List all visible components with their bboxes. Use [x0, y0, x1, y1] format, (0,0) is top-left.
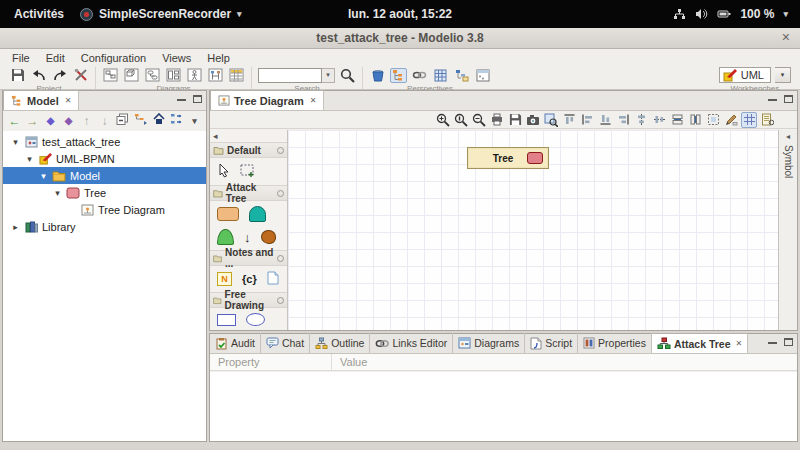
impact-tool[interactable] — [261, 230, 276, 244]
search-input[interactable] — [258, 68, 322, 83]
constraint-tool[interactable]: {c} — [242, 274, 257, 285]
expand-symbol-view-button[interactable]: ◂ — [786, 132, 790, 141]
nav-up-button[interactable]: ↑ — [79, 114, 94, 128]
tab-script[interactable]: Script — [525, 333, 578, 353]
save-button[interactable] — [9, 68, 26, 83]
tab-audit[interactable]: Audit — [210, 333, 261, 353]
new-sequence-diagram-button[interactable] — [207, 68, 224, 83]
container-perspective-button[interactable] — [369, 68, 386, 83]
expander-icon[interactable]: ▾ — [11, 137, 20, 147]
expander-icon[interactable]: ▾ — [25, 154, 34, 164]
new-matrix-button[interactable] — [228, 68, 245, 83]
menu-help[interactable]: Help — [199, 51, 238, 65]
document-tool[interactable] — [267, 271, 279, 287]
tree-item-project[interactable]: ▾ test_attack_tree — [3, 133, 206, 150]
nav-previous-diamond-button[interactable]: ◆ — [43, 115, 58, 126]
zoom-selection-button[interactable] — [543, 112, 559, 128]
tree-item-uml-bpmn[interactable]: ▾ UML-BPMN — [3, 150, 206, 167]
diagram-canvas[interactable]: Tree — [288, 130, 778, 330]
minimize-button[interactable] — [177, 98, 186, 101]
expander-icon[interactable]: ▸ — [11, 222, 20, 232]
window-close-button[interactable]: × — [782, 29, 790, 45]
configure-content-button[interactable] — [169, 113, 184, 128]
new-statechart-diagram-button[interactable] — [165, 68, 182, 83]
palette-section-notes[interactable]: Notes and ... — [210, 250, 287, 266]
workbench-dropdown-button[interactable]: ▾ — [775, 67, 791, 83]
new-deployment-diagram-button[interactable] — [123, 68, 140, 83]
or-gate-tool[interactable] — [217, 229, 234, 245]
customize-tools-button[interactable] — [72, 68, 89, 83]
close-icon[interactable]: ✕ — [736, 339, 743, 348]
tab-model[interactable]: Model ✕ — [3, 90, 79, 110]
fit-to-content-button[interactable] — [705, 112, 721, 128]
menu-edit[interactable]: Edit — [38, 51, 73, 65]
new-activity-diagram-button[interactable] — [144, 68, 161, 83]
print-button[interactable] — [489, 112, 505, 128]
new-use-case-diagram-button[interactable] — [186, 68, 203, 83]
menu-file[interactable]: File — [4, 51, 38, 65]
tab-diagrams[interactable]: Diagrams — [453, 333, 525, 353]
expander-icon[interactable]: ▾ — [53, 188, 62, 198]
nav-forward-button[interactable]: → — [25, 114, 40, 128]
app-indicator[interactable]: SimpleScreenRecorder ▾ — [80, 7, 242, 21]
menu-views[interactable]: Views — [154, 51, 199, 65]
align-right-button[interactable] — [615, 112, 631, 128]
tree-item-library[interactable]: ▸ Library — [3, 218, 206, 235]
activities-button[interactable]: Activités — [14, 7, 64, 21]
tree-item-model[interactable]: ▾ Model — [3, 167, 206, 184]
nav-back-button[interactable]: ← — [7, 114, 22, 128]
undo-button[interactable] — [30, 68, 47, 83]
matrix-perspective-button[interactable] — [432, 68, 449, 83]
zoom-in-button[interactable] — [435, 112, 451, 128]
link-with-editor-button[interactable] — [133, 113, 148, 128]
ellipse-tool[interactable] — [246, 313, 265, 326]
palette-collapse-button[interactable]: ◂ — [213, 131, 218, 141]
home-button[interactable] — [151, 113, 166, 128]
model-explorer-perspective-button[interactable] — [390, 68, 407, 83]
search-icon[interactable] — [339, 68, 356, 83]
style-brush-button[interactable] — [723, 112, 739, 128]
attack-node-tool[interactable] — [217, 207, 239, 221]
close-icon[interactable]: ✕ — [65, 96, 72, 105]
new-class-diagram-button[interactable] — [102, 68, 119, 83]
nav-next-diamond-button[interactable]: ◆ — [61, 115, 76, 126]
transfer-arrow-tool[interactable]: ↓ — [244, 231, 251, 244]
property-table-body[interactable] — [210, 372, 797, 441]
select-tool[interactable] — [217, 163, 230, 180]
center-vertically-button[interactable] — [651, 112, 667, 128]
save-image-button[interactable] — [507, 112, 523, 128]
align-top-button[interactable] — [561, 112, 577, 128]
links-perspective-button[interactable] — [411, 68, 428, 83]
toggle-grid-button[interactable] — [741, 112, 757, 128]
column-header-property[interactable]: Property — [210, 354, 332, 370]
palette-section-default[interactable]: Default — [210, 142, 287, 158]
maximize-button[interactable] — [784, 338, 793, 346]
and-gate-tool[interactable] — [249, 206, 266, 222]
align-bottom-button[interactable] — [597, 112, 613, 128]
palette-section-free-drawing[interactable]: Free Drawing — [210, 292, 287, 308]
tab-attack-tree[interactable]: Attack Tree ✕ — [652, 333, 748, 353]
tab-chat[interactable]: Chat — [261, 333, 310, 353]
nav-down-button[interactable]: ↓ — [97, 114, 112, 128]
same-height-button[interactable] — [687, 112, 703, 128]
edit-model-perspective-button[interactable] — [453, 68, 470, 83]
zoom-actual-button[interactable] — [453, 112, 469, 128]
minimize-button[interactable] — [768, 98, 777, 101]
redo-button[interactable] — [51, 68, 68, 83]
column-header-value[interactable]: Value — [332, 354, 367, 370]
align-left-button[interactable] — [579, 112, 595, 128]
symbol-view-strip[interactable]: ◂ Symbol — [778, 130, 797, 330]
maximize-button[interactable] — [784, 95, 793, 103]
snapshot-button[interactable] — [525, 112, 541, 128]
search-history-dropdown[interactable]: ▾ — [322, 68, 335, 83]
menu-configuration[interactable]: Configuration — [73, 51, 154, 65]
view-menu-button[interactable]: ▾ — [187, 116, 202, 126]
close-icon[interactable]: ✕ — [310, 96, 317, 105]
window-perspective-button[interactable] — [474, 68, 491, 83]
same-width-button[interactable] — [669, 112, 685, 128]
rectangle-tool[interactable] — [217, 314, 236, 326]
note-tool[interactable]: N — [217, 272, 232, 286]
tab-links-editor[interactable]: Links Editor — [370, 333, 453, 353]
expander-icon[interactable]: ▾ — [39, 171, 48, 181]
system-tray[interactable]: 100 % ▾ — [673, 7, 800, 21]
